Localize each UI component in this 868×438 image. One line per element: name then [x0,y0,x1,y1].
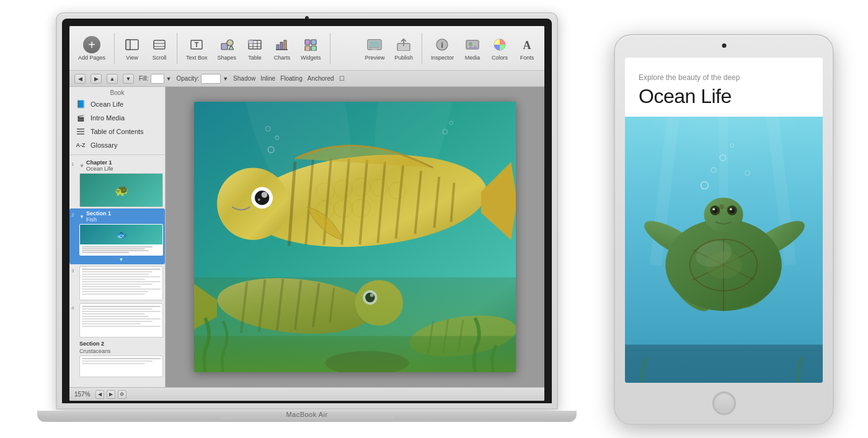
inspector-button[interactable]: i Inspector [427,34,458,63]
charts-button[interactable]: Charts [270,34,294,63]
view-label: View [126,55,138,61]
sidebar-item-ocean-life[interactable]: 📘 Ocean Life [69,97,165,111]
film-icon: 🎬 [74,113,87,123]
sidebar-item-toc[interactable]: Table of Contents [69,125,165,138]
glossary-label: Glossary [91,141,117,149]
scroll-label: Scroll [153,55,167,61]
svg-rect-16 [277,45,279,50]
charts-icon [273,36,291,53]
section-2-thumbnail[interactable]: Section 2 Crustaceans [69,339,165,378]
nav-next-button[interactable]: ▶ [107,390,115,399]
toc-label: Table of Contents [91,128,144,135]
svg-point-111 [726,207,730,210]
svg-rect-7 [221,43,228,50]
nav-back-button[interactable]: ◀ [74,74,86,84]
svg-rect-26 [369,47,380,48]
ipad-home-button[interactable] [712,391,736,415]
view-button[interactable]: View [120,34,144,63]
colors-button[interactable]: Colors [487,34,512,63]
inline-label[interactable]: Inline [260,75,275,82]
svg-point-109 [730,208,732,210]
section-2-title: Section 2 [79,341,163,347]
svg-point-68 [365,293,374,302]
fonts-icon: A [518,36,536,53]
svg-point-42 [217,168,289,240]
macbook-screen: + Add Pages [69,26,544,401]
macbook-screen-bezel: + Add Pages [62,19,552,403]
page-1-thumbnail[interactable]: 1 ▼ Chapter 1 Ocean Life [69,158,165,208]
nav-forward-button[interactable]: ▶ [91,74,102,84]
toolbar-separator-1 [114,33,115,64]
shapes-button[interactable]: Shapes [214,34,241,63]
svg-rect-80 [194,336,516,372]
page-4-thumbnail[interactable]: 4 [69,302,165,339]
charts-label: Charts [274,55,291,61]
svg-point-67 [363,290,377,305]
svg-text:A: A [523,39,531,51]
inspector-icon: i [433,36,451,53]
nav-collapse-button[interactable]: ▼ [123,74,134,84]
anchored-label[interactable]: Anchored [308,75,334,82]
preview-button[interactable]: Preview [361,34,388,63]
nav-prev-button[interactable]: ◀ [95,390,104,399]
svg-rect-22 [305,46,310,51]
page-2-thumbnail[interactable]: 2 ▼ Section 1 Fish [69,208,165,264]
scroll-button[interactable]: Scroll [147,34,172,63]
turtle-scene [625,117,823,383]
opacity-input[interactable] [201,74,221,84]
nav-expand-button[interactable]: ▲ [107,74,118,84]
section-1-title: Section 1 [86,210,163,217]
sidebar-section-header: Book [69,87,165,97]
expand-arrow-1: ▼ [79,163,84,169]
opacity-control: Opacity: ▼ [176,74,228,84]
fill-dropdown[interactable]: ▼ [166,76,172,82]
sidebar-item-glossary[interactable]: A-Z Glossary [69,138,165,152]
scroll-icon [151,36,168,53]
svg-line-75 [330,288,334,323]
widgets-button[interactable]: Widgets [297,34,325,63]
svg-point-103 [704,198,743,232]
toolbar-separator-2 [177,33,177,64]
status-bar: 157% ◀ ▶ ⚙ [69,387,544,401]
fonts-button[interactable]: A Fonts [515,34,539,63]
colors-label: Colors [492,55,508,61]
expand-arrow-2: ▼ [79,214,84,220]
add-pages-button[interactable]: + Add Pages [74,34,109,63]
publish-button[interactable]: Publish [391,34,417,63]
floating-label[interactable]: Floating [280,75,303,82]
toc-icon [74,127,87,136]
format-checkbox[interactable]: ☐ [339,75,345,82]
svg-line-77 [428,321,433,354]
table-button[interactable]: Table [242,34,267,63]
status-nav: ◀ ▶ ⚙ [95,390,126,399]
nav-settings-button[interactable]: ⚙ [118,390,126,399]
text-box-button[interactable]: T Text Box [182,34,211,63]
ipad-subtitle: Explore the beauty of the deep [639,73,809,82]
fill-color-swatch[interactable] [151,74,164,84]
fill-control: Fill: ▼ [139,74,171,84]
page-3-thumbnail[interactable]: 3 [69,264,165,302]
svg-point-112 [717,211,720,215]
table-label: Table [248,55,262,61]
media-button[interactable]: Media [460,34,485,63]
ipad-image-section [625,117,823,383]
svg-rect-20 [305,40,310,45]
widgets-label: Widgets [301,55,321,61]
view-icon [123,36,141,53]
canvas-area [166,87,544,387]
add-pages-icon: + [83,36,100,53]
intro-media-label: Intro Media [91,114,125,122]
sidebar-item-intro-media[interactable]: 🎬 Intro Media [69,111,165,125]
chapter-1-title: Chapter 1 [86,159,163,166]
preview-icon [366,36,383,53]
opacity-dropdown[interactable]: ▼ [223,76,228,82]
page-canvas [194,102,516,372]
svg-point-76 [407,310,516,363]
turtle-svg [625,117,823,383]
chapter-1-subtitle: Ocean Life [86,166,163,172]
text-box-label: Text Box [186,55,208,61]
widgets-icon [302,36,319,53]
svg-line-78 [443,320,448,353]
chapter-1-thumb-image: 🐢 [79,173,163,207]
section-2-number [71,341,78,342]
